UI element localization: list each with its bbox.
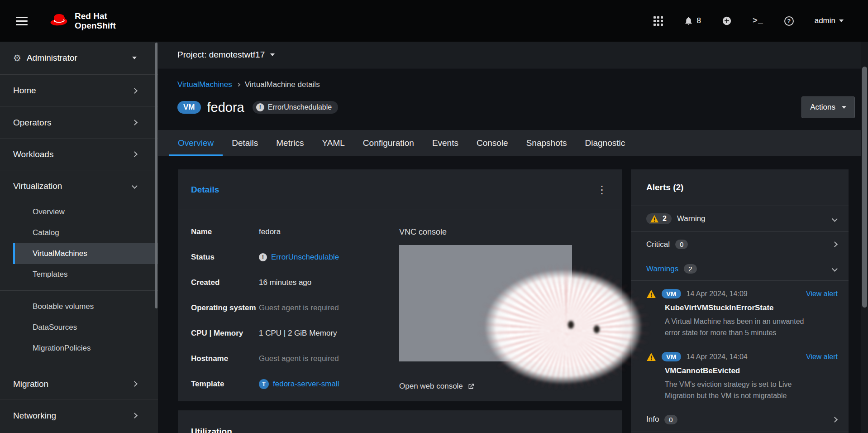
sidebar-item-label: Home [13,86,36,96]
warning-triangle-icon [646,352,656,361]
open-web-console-label: Open web console [399,382,463,391]
alert-description: A Virtual Machine has been in an unwante… [665,316,805,338]
tab-diagnostic[interactable]: Diagnostic [576,130,634,156]
chevron-down-icon [132,183,138,189]
notification-count: 8 [697,16,701,25]
view-alert-link[interactable]: View alert [806,290,838,298]
tab-overview[interactable]: Overview [169,130,223,156]
details-fields: Name fedora Status ! ErrorUnschedulable [191,226,399,401]
vnc-console-label: VNC console [399,226,609,237]
app-grid-icon [653,16,663,26]
field-row-template: Template T fedora-server-small [191,379,399,390]
help-icon: ? [784,16,794,26]
project-selector[interactable]: Project: demotestwtf17 [177,50,275,60]
sidebar-item-virt-overview[interactable]: Overview [0,202,158,222]
sidebar-item-label: Virtualization [13,181,62,191]
warning-triangle-icon [646,289,656,298]
exclamation-circle-icon: ! [259,253,267,261]
brand-line1: Red Hat [75,11,116,21]
chevron-right-icon [132,413,138,419]
tab-configuration[interactable]: Configuration [354,130,423,156]
vnc-console-section: VNC console Open web console [399,226,609,401]
nav-toggle-button[interactable] [13,14,30,28]
help-button[interactable]: ? [784,16,794,26]
chevron-down-icon [832,266,838,272]
project-bar: Project: demotestwtf17 [158,42,868,68]
resource-kind-badge: VM [662,352,681,361]
sidebar-scrollbar[interactable] [155,43,157,308]
import-yaml-button[interactable] [722,16,732,26]
tab-metrics[interactable]: Metrics [267,130,313,156]
tab-console[interactable]: Console [467,130,517,156]
alerts-section-critical[interactable]: Critical 0 [631,232,849,257]
masthead: Red Hat OpenShift 8 >_ ? admin [0,0,868,42]
field-label: Name [191,226,259,237]
chevron-right-icon [132,88,138,94]
tab-details[interactable]: Details [223,130,267,156]
scrollbar[interactable] [861,42,868,433]
alerts-section-warnings[interactable]: Warnings 2 [631,257,849,281]
field-value: fedora [259,226,281,237]
sidebar-item-templates[interactable]: Templates [0,264,158,285]
sidebar-item-virtualmachines[interactable]: VirtualMachines [13,243,158,264]
sidebar-item-virtualization[interactable]: Virtualization [0,170,158,202]
overview-grid: Details ⋮ Name fedora Status [158,156,868,433]
sidebar-item-migration[interactable]: Migration [0,368,158,399]
tabs: Overview Details Metrics YAML Configurat… [158,130,868,156]
tab-snapshots[interactable]: Snapshots [517,130,576,156]
sidebar-item-datasources[interactable]: DataSources [0,317,158,338]
sidebar-item-catalog[interactable]: Catalog [0,222,158,243]
main-content: Project: demotestwtf17 VirtualMachines V… [158,42,868,433]
status-badge[interactable]: ! ErrorUnschedulable [253,101,338,114]
chevron-right-icon [132,151,138,157]
sidebar-item-label: Migration [13,379,48,389]
alerts-warning-summary[interactable]: 2 Warning [631,206,849,232]
vnc-console-preview[interactable] [399,245,572,361]
field-label: CPU | Memory [191,328,259,339]
view-alert-link[interactable]: View alert [806,353,838,361]
scrollbar-thumb[interactable] [862,67,867,308]
alert-timestamp: 14 Apr 2024, 14:09 [687,290,748,298]
field-label: Hostname [191,353,259,364]
app-launcher-button[interactable] [653,16,663,26]
field-label: Template [191,379,259,390]
actions-dropdown-button[interactable]: Actions [801,96,855,118]
exclamation-circle-icon: ! [256,103,264,111]
alert-item: VM 14 Apr 2024, 14:04 View alert VMCanno… [631,344,849,407]
user-menu-button[interactable]: admin [815,16,844,25]
kebab-menu-button[interactable]: ⋮ [593,183,611,197]
sidebar-item-label: Operators [13,118,51,128]
open-web-console-link[interactable]: Open web console [399,382,475,391]
details-card-title-link[interactable]: Details [191,185,219,195]
title-row: VM fedora ! ErrorUnschedulable Actions [177,96,855,118]
sidebar-item-workloads[interactable]: Workloads [0,138,158,170]
notifications-button[interactable]: 8 [684,16,701,26]
critical-section-label: Critical [646,240,670,249]
virtualization-subnav: Overview Catalog VirtualMachines Templat… [0,202,158,368]
tab-events[interactable]: Events [423,130,467,156]
alert-timestamp: 14 Apr 2024, 14:04 [687,353,748,361]
status-link[interactable]: ErrorUnschedulable [271,252,339,263]
field-row-name: Name fedora [191,226,399,237]
nav-divider [0,290,158,291]
template-link[interactable]: fedora-server-small [273,379,339,390]
perspective-switcher[interactable]: ⚙ Administrator [0,42,158,75]
web-terminal-button[interactable]: >_ [753,16,763,25]
tab-yaml[interactable]: YAML [313,130,354,156]
sidebar-item-networking[interactable]: Networking [0,399,158,431]
chevron-right-icon [132,381,138,387]
alerts-section-info[interactable]: Info 0 [631,407,849,432]
brand-logo[interactable]: Red Hat OpenShift [48,10,116,31]
details-card-header: Details ⋮ [178,169,622,210]
sidebar-item-home[interactable]: Home [0,75,158,106]
sidebar-item-operators[interactable]: Operators [0,106,158,138]
alert-name: VMCannotBeEvicted [665,366,838,376]
chevron-down-icon [832,216,838,222]
chevron-down-icon [839,19,844,22]
sidebar-item-bootable-volumes[interactable]: Bootable volumes [0,296,158,317]
page-title: fedora [207,99,244,115]
breadcrumb-link-virtualmachines[interactable]: VirtualMachines [177,80,232,89]
field-value: Guest agent is required [259,353,339,364]
field-label: Created [191,277,259,288]
sidebar-item-migrationpolicies[interactable]: MigrationPolicies [0,338,158,359]
